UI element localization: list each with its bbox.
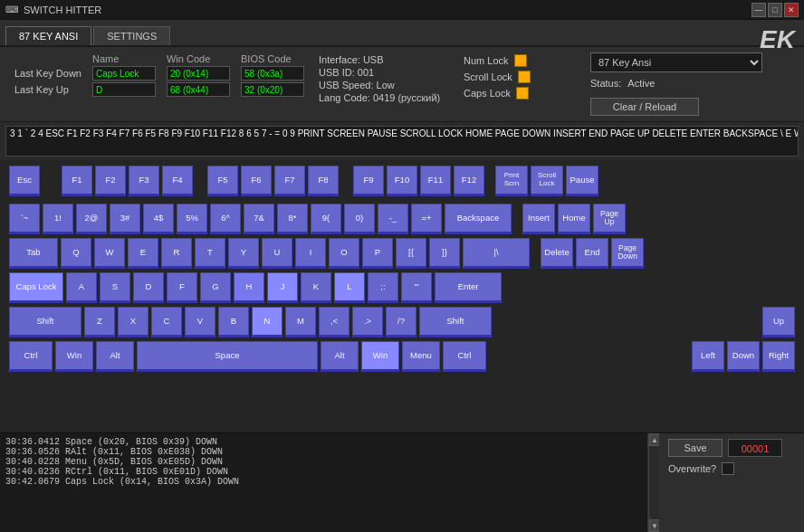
close-button[interactable]: ✕ (784, 3, 799, 17)
key-scroll-lock[interactable]: ScrollLock (531, 166, 563, 196)
key-pause[interactable]: Pause (566, 166, 598, 196)
key-g[interactable]: G (200, 272, 231, 303)
key-slash[interactable]: /? (386, 307, 416, 337)
key-left[interactable]: Left (692, 341, 724, 372)
key-end[interactable]: End (576, 238, 608, 269)
key-f6[interactable]: F6 (241, 166, 272, 196)
key-t[interactable]: T (195, 238, 225, 269)
key-f10[interactable]: F10 (387, 166, 417, 196)
key-backtick[interactable]: `~ (9, 204, 40, 234)
key-backslash[interactable]: |\ (463, 238, 530, 269)
key-ctrl-right[interactable]: Ctrl (443, 341, 486, 372)
tab-87key[interactable]: 87 KEY ANSI (5, 26, 91, 45)
key-win-right[interactable]: Win (361, 341, 399, 372)
key-y[interactable]: Y (228, 238, 259, 269)
key-f8[interactable]: F8 (308, 166, 339, 196)
key-f[interactable]: F (167, 272, 197, 303)
tab-settings[interactable]: SETTINGS (93, 26, 170, 45)
key-home[interactable]: Home (558, 204, 590, 234)
key-w[interactable]: W (94, 238, 125, 269)
last-key-up-bios[interactable] (241, 82, 304, 97)
clear-reload-button[interactable]: Clear / Reload (590, 98, 699, 116)
key-2[interactable]: 2@ (76, 204, 107, 234)
overwrite-checkbox[interactable] (722, 462, 734, 475)
key-down[interactable]: Down (727, 341, 760, 372)
key-shift-right[interactable]: Shift (419, 307, 492, 337)
key-f4[interactable]: F4 (162, 166, 193, 196)
key-tab[interactable]: Tab (9, 238, 58, 269)
key-c[interactable]: C (151, 307, 182, 337)
key-d[interactable]: D (133, 272, 164, 303)
key-insert[interactable]: Insert (522, 204, 555, 234)
key-backspace[interactable]: Backspace (445, 204, 512, 234)
maximize-button[interactable]: □ (768, 3, 782, 17)
key-print-screen[interactable]: PrintScrn (495, 166, 528, 196)
key-e[interactable]: E (128, 238, 158, 269)
key-f3[interactable]: F3 (129, 166, 159, 196)
key-quote[interactable]: '" (401, 272, 432, 303)
key-minus[interactable]: -_ (378, 204, 408, 234)
key-n[interactable]: N (252, 307, 282, 337)
key-9[interactable]: 9( (311, 204, 341, 234)
key-right[interactable]: Right (762, 341, 795, 372)
key-comma[interactable]: ,< (319, 307, 349, 337)
key-6[interactable]: 6^ (210, 204, 241, 234)
key-f2[interactable]: F2 (95, 166, 126, 196)
key-m[interactable]: M (285, 307, 316, 337)
key-page-up[interactable]: PageUp (593, 204, 626, 234)
key-delete[interactable]: Delete (541, 238, 573, 269)
key-up[interactable]: Up (762, 307, 795, 337)
key-b[interactable]: B (218, 307, 249, 337)
key-3[interactable]: 3# (110, 204, 140, 234)
key-shift-left[interactable]: Shift (9, 307, 81, 337)
key-f5[interactable]: F5 (207, 166, 238, 196)
last-key-down-bios[interactable] (241, 66, 304, 81)
key-space[interactable]: Space (137, 341, 318, 372)
key-f1[interactable]: F1 (62, 166, 92, 196)
key-z[interactable]: Z (84, 307, 115, 337)
key-r[interactable]: R (161, 238, 192, 269)
key-p[interactable]: P (362, 238, 393, 269)
last-key-up-win[interactable] (167, 82, 230, 97)
key-h[interactable]: H (234, 272, 264, 303)
key-equals[interactable]: =+ (411, 204, 442, 234)
key-f7[interactable]: F7 (274, 166, 305, 196)
key-esc[interactable]: Esc (9, 166, 40, 196)
key-s[interactable]: S (100, 272, 130, 303)
key-4[interactable]: 4$ (143, 204, 174, 234)
last-key-down-win[interactable] (167, 66, 230, 81)
key-f9[interactable]: F9 (353, 166, 384, 196)
scroll-track[interactable] (649, 446, 659, 519)
key-lbracket[interactable]: [{ (396, 238, 426, 269)
key-semicolon[interactable]: ;: (368, 272, 398, 303)
key-period[interactable]: .> (352, 307, 383, 337)
minimize-button[interactable]: — (751, 3, 766, 17)
key-x[interactable]: X (118, 307, 148, 337)
key-l[interactable]: L (334, 272, 365, 303)
key-7[interactable]: 7& (244, 204, 274, 234)
key-5[interactable]: 5% (177, 204, 207, 234)
key-caps-lock[interactable]: Caps Lock (9, 272, 63, 303)
key-u[interactable]: U (262, 238, 292, 269)
key-o[interactable]: O (329, 238, 359, 269)
key-8[interactable]: 8* (277, 204, 308, 234)
last-key-down-name[interactable] (92, 66, 156, 81)
keyboard-type-select[interactable]: 87 Key Ansi87 Key ISO104 Key ANSI (590, 52, 762, 72)
key-i[interactable]: I (295, 238, 326, 269)
key-j[interactable]: J (267, 272, 298, 303)
key-ctrl-left[interactable]: Ctrl (9, 341, 53, 372)
key-menu[interactable]: Menu (402, 341, 440, 372)
key-page-down[interactable]: PageDown (611, 238, 644, 269)
key-f12[interactable]: F12 (454, 166, 484, 196)
key-alt-left[interactable]: Alt (96, 341, 134, 372)
key-rbracket[interactable]: ]} (429, 238, 460, 269)
key-alt-right[interactable]: Alt (321, 341, 359, 372)
key-win-left[interactable]: Win (55, 341, 93, 372)
key-enter[interactable]: Enter (435, 272, 502, 303)
key-k[interactable]: K (301, 272, 331, 303)
key-v[interactable]: V (185, 307, 215, 337)
key-a[interactable]: A (66, 272, 97, 303)
key-1[interactable]: 1! (43, 204, 73, 234)
save-button[interactable]: Save (668, 439, 723, 457)
key-f11[interactable]: F11 (420, 166, 451, 196)
